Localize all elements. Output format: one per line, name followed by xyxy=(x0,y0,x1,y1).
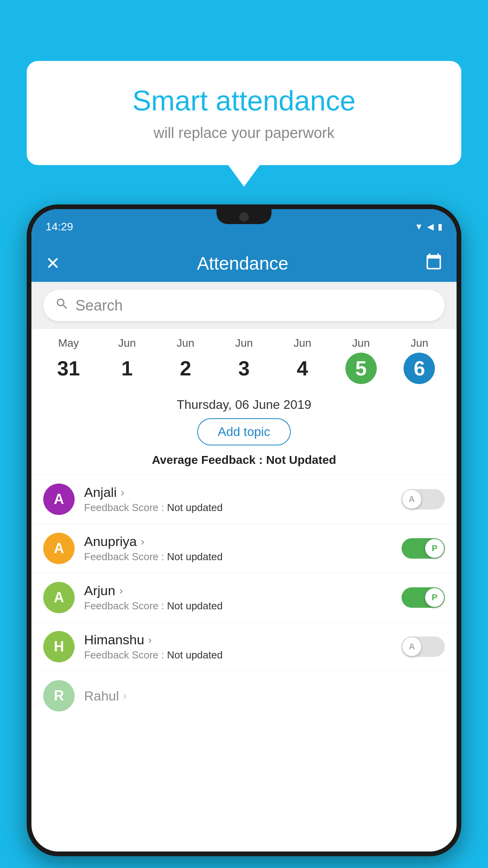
close-button[interactable]: ✕ xyxy=(46,253,60,273)
student-item-partial[interactable]: R Rahul › xyxy=(31,671,457,720)
date-item-jun2[interactable]: Jun 2 xyxy=(170,337,201,384)
student-name-partial: Rahul › xyxy=(84,688,445,704)
date-item-jun5[interactable]: Jun 5 xyxy=(345,337,377,384)
date-item-jun1[interactable]: Jun 1 xyxy=(111,337,143,384)
student-list: A Anjali › Feedback Score : Not updated … xyxy=(31,474,457,720)
attendance-toggle-himanshu[interactable]: A xyxy=(402,636,445,657)
calendar-icon[interactable] xyxy=(425,253,442,274)
chevron-icon: › xyxy=(141,535,144,548)
add-topic-wrapper: Add topic xyxy=(31,418,457,445)
student-item-anjali[interactable]: A Anjali › Feedback Score : Not updated … xyxy=(31,474,457,524)
student-name-anjali: Anjali › xyxy=(84,485,392,500)
attendance-toggle-anjali[interactable]: A xyxy=(402,489,445,509)
student-info-himanshu: Himanshu › Feedback Score : Not updated xyxy=(84,632,392,661)
avatar-arjun: A xyxy=(43,582,75,613)
battery-icon: ▮ xyxy=(438,222,442,232)
phone-inner: 14:29 ▼ ◀ ▮ ✕ Attendance xyxy=(31,209,457,851)
chevron-icon: › xyxy=(123,690,127,702)
search-container: Search xyxy=(31,282,457,329)
student-feedback-arjun: Feedback Score : Not updated xyxy=(84,600,392,612)
student-item-arjun[interactable]: A Arjun › Feedback Score : Not updated P xyxy=(31,573,457,622)
date-item-may31[interactable]: May 31 xyxy=(53,337,84,384)
student-feedback-himanshu: Feedback Score : Not updated xyxy=(84,649,392,661)
date-item-jun4[interactable]: Jun 4 xyxy=(287,337,318,384)
date-content-area: Thursday, 06 June 2019 Add topic Average… xyxy=(31,388,457,474)
status-bar: 14:29 ▼ ◀ ▮ xyxy=(31,209,457,245)
search-placeholder-text: Search xyxy=(75,297,123,314)
attendance-toggle-arjun[interactable]: P xyxy=(402,587,445,608)
chevron-icon: › xyxy=(119,585,123,597)
date-item-jun6[interactable]: Jun 6 xyxy=(404,337,435,384)
app-header: ✕ Attendance xyxy=(31,245,457,282)
selected-date-label: Thursday, 06 June 2019 xyxy=(31,388,457,418)
search-bar[interactable]: Search xyxy=(43,290,445,321)
avatar-anjali: A xyxy=(43,484,75,515)
student-feedback-anupriya: Feedback Score : Not updated xyxy=(84,551,392,563)
student-info-partial: Rahul › xyxy=(84,688,445,704)
student-item-himanshu[interactable]: H Himanshu › Feedback Score : Not update… xyxy=(31,622,457,671)
chevron-icon: › xyxy=(121,486,124,499)
search-icon xyxy=(55,297,69,314)
student-name-himanshu: Himanshu › xyxy=(84,632,392,647)
toggle-knob-anupriya: P xyxy=(425,539,444,558)
avatar-himanshu: H xyxy=(43,631,75,662)
toggle-knob-anjali: A xyxy=(402,490,421,509)
status-time: 14:29 xyxy=(46,221,73,233)
student-info-anjali: Anjali › Feedback Score : Not updated xyxy=(84,485,392,514)
attendance-toggle-anupriya[interactable]: P xyxy=(402,538,445,559)
add-topic-button[interactable]: Add topic xyxy=(197,418,290,445)
app-title: Attendance xyxy=(197,253,288,274)
student-name-arjun: Arjun › xyxy=(84,583,392,598)
phone-camera xyxy=(239,212,249,222)
toggle-knob-arjun: P xyxy=(425,588,444,607)
avg-feedback: Average Feedback : Not Updated xyxy=(31,453,457,474)
student-info-arjun: Arjun › Feedback Score : Not updated xyxy=(84,583,392,612)
student-feedback-anjali: Feedback Score : Not updated xyxy=(84,502,392,514)
date-strip: May 31 Jun 1 Jun 2 Jun 3 Jun 4 Jun 5 xyxy=(31,329,457,388)
signal-icon: ◀ xyxy=(427,222,434,232)
speech-bubble: Smart attendance will replace your paper… xyxy=(27,61,461,165)
speech-bubble-title: Smart attendance xyxy=(42,85,446,117)
status-icons: ▼ ◀ ▮ xyxy=(415,222,442,232)
phone-notch xyxy=(216,209,272,224)
speech-bubble-subtitle: will replace your paperwork xyxy=(42,125,446,142)
speech-bubble-container: Smart attendance will replace your paper… xyxy=(27,61,461,187)
student-name-anupriya: Anupriya › xyxy=(84,534,392,549)
avatar-partial: R xyxy=(43,680,75,712)
avatar-anupriya: A xyxy=(43,533,75,564)
student-item-anupriya[interactable]: A Anupriya › Feedback Score : Not update… xyxy=(31,524,457,573)
phone-frame: 14:29 ▼ ◀ ▮ ✕ Attendance xyxy=(27,204,461,856)
wifi-icon: ▼ xyxy=(415,222,423,232)
date-item-jun3[interactable]: Jun 3 xyxy=(228,337,260,384)
speech-bubble-tail xyxy=(228,165,260,187)
chevron-icon: › xyxy=(148,634,152,646)
student-info-anupriya: Anupriya › Feedback Score : Not updated xyxy=(84,534,392,563)
toggle-knob-himanshu: A xyxy=(402,637,421,656)
